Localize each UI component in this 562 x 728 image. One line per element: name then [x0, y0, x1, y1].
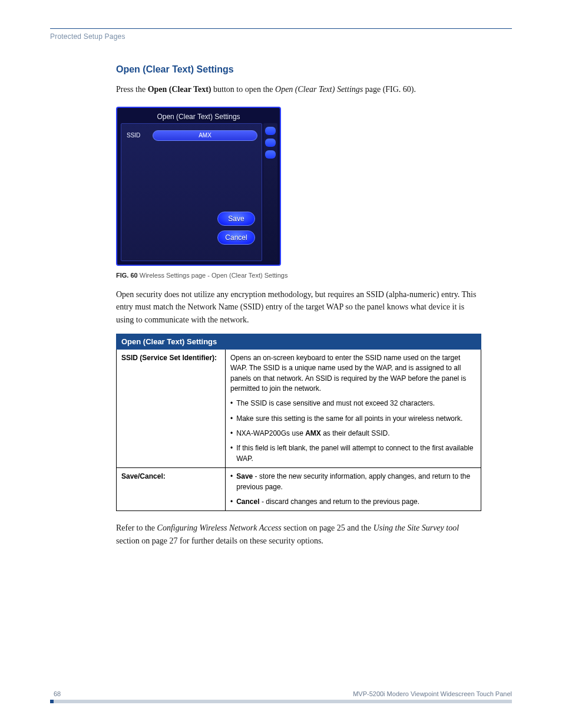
bullet-item: • NXA-WAP200Gs use AMX as their default …: [230, 429, 476, 439]
bullet-item: • Save - store the new security informat…: [230, 472, 476, 492]
closing-ital2: Using the Site Survey tool: [373, 523, 459, 532]
intro-ital: Open (Clear Text) Settings: [275, 85, 363, 94]
panel-title: Open (Clear Text) Settings: [117, 113, 280, 121]
closing-paragraph: Refer to the Configuring Wireless Networ…: [116, 522, 481, 547]
page-footer: 68 MVP-5200i Modero Viewpoint Widescreen…: [50, 690, 512, 703]
figure-60: Open (Clear Text) Settings SSID AMX Save…: [116, 107, 481, 279]
bullet-item: • The SSID is case sensitive and must no…: [230, 398, 476, 409]
bullet-text: Save - store the new security informatio…: [236, 472, 476, 492]
row-content: • Save - store the new security informat…: [226, 468, 481, 511]
row-label: Save/Cancel:: [117, 468, 226, 511]
cancel-button[interactable]: Cancel: [217, 230, 255, 245]
intro-bold: Open (Clear Text): [148, 85, 211, 94]
bullet-icon: •: [230, 429, 233, 439]
settings-table: Open (Clear Text) Settings SSID (Service…: [116, 334, 481, 512]
bullet-icon: •: [230, 443, 233, 464]
row-content: Opens an on-screen keyboard to enter the…: [226, 349, 481, 468]
ssid-label: SSID: [127, 132, 147, 139]
figure-caption-text: Wireless Settings page - Open (Clear Tex…: [138, 272, 288, 279]
bullet-text: Cancel - discard changes and return to t…: [236, 497, 476, 507]
table-title: Open (Clear Text) Settings: [117, 334, 481, 349]
intro-post: page (FIG. 60).: [363, 85, 416, 94]
bullet-text: Make sure this setting is the same for a…: [236, 414, 476, 424]
side-led-icon: [265, 127, 276, 135]
bullet-bold: AMX: [305, 429, 321, 437]
intro-paragraph: Press the Open (Clear Text) button to op…: [116, 83, 481, 96]
bullet-pre: NXA-WAP200Gs use: [236, 429, 305, 437]
bullet-item: • Cancel - discard changes and return to…: [230, 497, 476, 507]
device-screenshot: Open (Clear Text) Settings SSID AMX Save…: [116, 107, 281, 266]
bullet-item: • Make sure this setting is the same for…: [230, 414, 476, 424]
side-led-icon: [265, 139, 276, 147]
closing-pre: Refer to the: [116, 523, 157, 532]
intro-pre: Press the: [116, 85, 148, 94]
post-figure-paragraph: Open security does not utilize any encry…: [116, 288, 481, 327]
bullet-post: - discard changes and return to the prev…: [260, 498, 420, 506]
ssid-input[interactable]: AMX: [153, 130, 257, 141]
footer-doc-title: MVP-5200i Modero Viewpoint Widescreen To…: [353, 690, 512, 697]
bullet-bold: Cancel: [236, 498, 259, 506]
table-row: SSID (Service Set Identifier): Opens an …: [117, 349, 481, 468]
figure-number: FIG. 60: [116, 272, 138, 279]
closing-post: section on page 27 for further details o…: [116, 536, 323, 545]
bullet-text: The SSID is case sensitive and must not …: [236, 398, 476, 409]
bullet-icon: •: [230, 398, 233, 409]
footer-rule: [50, 700, 512, 703]
closing-mid1: section on page 25 and the: [282, 523, 373, 532]
figure-caption: FIG. 60 Wireless Settings page - Open (C…: [116, 272, 481, 279]
bullet-post: as their default SSID.: [321, 429, 390, 437]
bullet-icon: •: [230, 497, 233, 507]
bullet-text: NXA-WAP200Gs use AMX as their default SS…: [236, 429, 476, 439]
row-label: SSID (Service Set Identifier):: [117, 349, 226, 468]
intro-mid: button to open the: [211, 85, 276, 94]
side-led-icon: [265, 150, 276, 159]
page-number: 68: [54, 690, 61, 697]
bullet-post: - store the new security information, ap…: [236, 472, 470, 490]
save-button[interactable]: Save: [217, 212, 255, 226]
table-row: Save/Cancel: • Save - store the new secu…: [117, 468, 481, 511]
panel-side: [263, 123, 277, 261]
bullet-text: If this field is left blank, the panel w…: [236, 443, 476, 464]
bullet-icon: •: [230, 472, 233, 492]
section-heading: Open (Clear Text) Settings: [116, 64, 481, 75]
bullet-bold: Save: [236, 472, 253, 480]
running-header: Protected Setup Pages: [50, 32, 512, 41]
closing-ital1: Configuring Wireless Network Access: [157, 523, 282, 532]
bullet-icon: •: [230, 414, 233, 424]
cell-intro: Opens an on-screen keyboard to enter the…: [230, 353, 476, 394]
bullet-item: • If this field is left blank, the panel…: [230, 443, 476, 464]
